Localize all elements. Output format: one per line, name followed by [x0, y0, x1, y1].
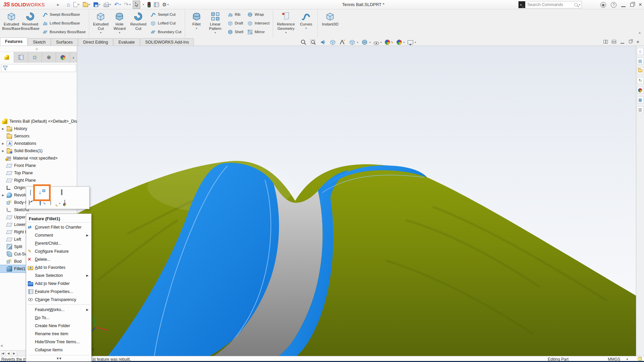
tab-evaluate[interactable]: Evaluate: [113, 38, 140, 46]
new-document-button[interactable]: ▾: [72, 1, 81, 9]
view-palette-button[interactable]: ↻: [637, 77, 644, 84]
edit-appearance-button[interactable]: ✎: [385, 40, 393, 45]
tree-item-right-plane[interactable]: Right Plane: [0, 177, 77, 184]
hide-button[interactable]: [29, 200, 36, 207]
zoom-to-selection-button[interactable]: [40, 200, 46, 207]
split-horizontal-icon[interactable]: [612, 40, 616, 44]
tab-features[interactable]: Features: [0, 38, 28, 46]
tree-item-solid-bodies[interactable]: ▶ ▣ Solid Bodies(1): [0, 147, 77, 155]
scroll-first-button[interactable]: |◀: [0, 351, 6, 356]
tree-item-history[interactable]: ▶ ↺ History: [0, 125, 77, 132]
featuremanager-tab[interactable]: [0, 52, 14, 63]
save-button[interactable]: ▾: [92, 1, 102, 9]
tab-direct-editing[interactable]: Direct Editing: [78, 38, 113, 46]
extruded-cut-button[interactable]: ExtrudedCut ▾: [91, 10, 110, 38]
zoom-to-area-button[interactable]: [310, 39, 317, 46]
draft-button[interactable]: Draft: [226, 19, 245, 27]
section-view-button[interactable]: [329, 39, 336, 46]
wrap-button[interactable]: Wrap: [246, 10, 271, 19]
tree-item-sensors[interactable]: ◔ Sensors: [0, 132, 77, 140]
annotation-view-button[interactable]: [339, 39, 346, 46]
suppress-button[interactable]: [61, 190, 68, 197]
menu-flyout-arrow-icon[interactable]: ▶: [57, 3, 59, 6]
revolved-cut-button[interactable]: RevolvedCut: [129, 10, 148, 38]
chevron-down-icon[interactable]: ▾: [215, 31, 216, 34]
chevron-down-icon[interactable]: ▾: [369, 41, 371, 44]
open-button[interactable]: ▾: [82, 1, 92, 9]
file-explorer-button[interactable]: [637, 67, 644, 74]
chevron-down-icon[interactable]: ▾: [380, 41, 382, 44]
close-button[interactable]: ×: [639, 2, 642, 7]
solidworks-resources-button[interactable]: ⌂: [637, 48, 644, 55]
menu-item-featureworks[interactable]: FeatureWorks... ▶: [26, 306, 91, 314]
home-button[interactable]: ⌂: [65, 1, 71, 9]
split-vertical-icon[interactable]: [603, 40, 608, 44]
menu-item-save-selection[interactable]: Save Selection ▶: [26, 272, 91, 280]
boundary-cut-button[interactable]: Boundary Cut: [149, 27, 182, 36]
menu-item-collapse-items[interactable]: Collapse Items: [26, 346, 91, 354]
tree-filter-box[interactable]: [1, 64, 76, 72]
rebuild-button[interactable]: [146, 1, 152, 9]
menu-item-feature-properties[interactable]: Feature Properties...: [26, 288, 91, 296]
expand-arrow-icon[interactable]: ▶: [2, 149, 7, 153]
reference-geometry-button[interactable]: ReferenceGeometry ▾: [275, 10, 297, 38]
tab-surfaces[interactable]: Surfaces: [51, 38, 77, 46]
chevron-down-icon[interactable]: ▾: [285, 31, 286, 34]
menu-item-convert-fillet-to-chamfer[interactable]: ⇄ Convert Fillet to Chamfer: [26, 223, 91, 231]
options-button[interactable]: ⚙▾: [161, 1, 170, 9]
display-style-button[interactable]: ▾: [361, 39, 371, 46]
menu-item-delete[interactable]: × Delete...: [26, 255, 91, 263]
expand-arrow-icon[interactable]: ▶: [2, 194, 7, 197]
propertymanager-tab[interactable]: [14, 52, 28, 63]
custom-properties-button[interactable]: ▦: [637, 97, 644, 103]
chevron-down-icon[interactable]: ▾: [89, 3, 90, 6]
menu-item-rename-tree-item[interactable]: Rename tree item: [26, 330, 91, 338]
search-dropdown-icon[interactable]: ▾: [579, 3, 580, 6]
view-orientation-button[interactable]: ▾: [349, 39, 358, 46]
tree-item-root[interactable]: Tennis Ball (Default) <<Default>_Displ: [0, 118, 77, 125]
doc-restore-button[interactable]: [629, 40, 632, 43]
chevron-down-icon[interactable]: ▾: [196, 27, 197, 29]
lofted-boss-base-button[interactable]: Lofted Boss/Base: [41, 19, 87, 27]
chevron-down-icon[interactable]: ▾: [99, 3, 100, 6]
menu-item-add-to-new-folder[interactable]: Add to New Folder: [26, 280, 91, 288]
restore-button[interactable]: [630, 3, 634, 7]
expand-arrow-icon[interactable]: ▶: [2, 127, 7, 130]
curves-button[interactable]: Curves ▾: [297, 10, 315, 38]
tree-item-material[interactable]: Material <not specified>: [0, 155, 77, 162]
select-tool-button[interactable]: [133, 1, 140, 9]
view-settings-button[interactable]: ▾: [408, 40, 416, 44]
menu-item-hide-show-tree-items[interactable]: Hide/Show Tree Items...: [26, 338, 91, 346]
tree-item-top-plane[interactable]: Top Plane: [0, 169, 77, 177]
chevron-down-icon[interactable]: ▾: [119, 31, 120, 34]
minimize-button[interactable]: [621, 3, 626, 7]
highlighted-rollback-button[interactable]: ↓: [33, 184, 51, 201]
menu-item-go-to[interactable]: Go To...: [26, 314, 91, 322]
panel-tabs-expand-icon[interactable]: ›: [70, 52, 77, 63]
edit-appearance-button[interactable]: ✎: [50, 200, 57, 207]
intersect-button[interactable]: Intersect: [246, 19, 271, 27]
menu-item-add-to-favorites[interactable]: Add to Favorites: [26, 263, 91, 272]
panel-splitter[interactable]: [0, 46, 77, 52]
shell-button[interactable]: Shell: [226, 27, 245, 36]
rib-button[interactable]: Rib: [226, 10, 245, 19]
instant3d-button[interactable]: Instant3D: [320, 10, 340, 38]
chevron-down-icon[interactable]: ▾: [100, 31, 101, 34]
print-button[interactable]: ▾: [102, 1, 112, 9]
configurationmanager-tab[interactable]: [28, 52, 42, 63]
menu-item-comment[interactable]: Comment ▶: [26, 231, 91, 239]
doc-minimize-button[interactable]: [621, 40, 624, 44]
file-properties-button[interactable]: [153, 1, 160, 9]
graphics-area[interactable]: z 1: [77, 46, 636, 356]
chevron-down-icon[interactable]: ▾: [403, 41, 405, 44]
ribbon-collapse-chevron-icon[interactable]: ⌃: [638, 32, 641, 37]
swept-boss-base-button[interactable]: Swept Boss/Base: [41, 10, 87, 19]
revolved-boss-base-button[interactable]: RevolvedBoss/Base: [21, 10, 40, 38]
swept-cut-button[interactable]: Swept Cut: [149, 10, 182, 19]
chevron-down-icon[interactable]: ▾: [59, 202, 60, 205]
apply-scene-button[interactable]: ▾: [396, 40, 405, 45]
doc-close-button[interactable]: ×: [636, 39, 639, 45]
material-button[interactable]: [64, 200, 71, 207]
chevron-down-icon[interactable]: ▾: [119, 3, 121, 6]
mirror-button[interactable]: Mirror: [246, 27, 271, 36]
